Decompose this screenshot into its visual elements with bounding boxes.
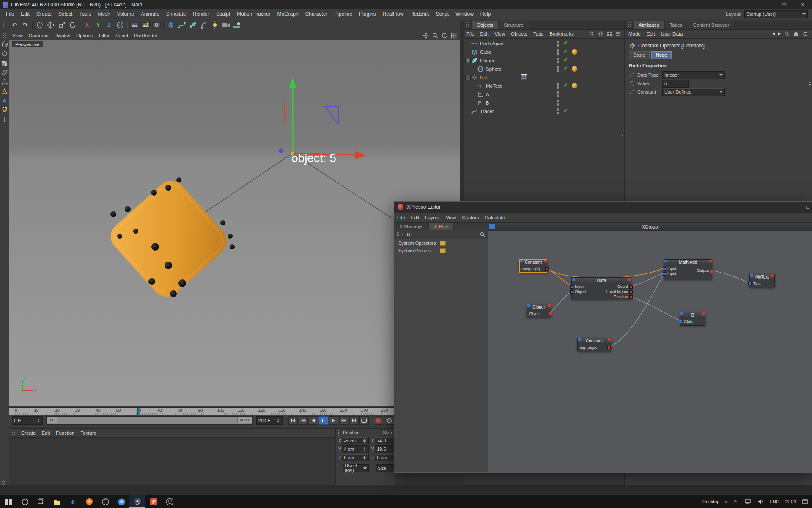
subtab-node[interactable]: Node	[651, 51, 672, 59]
enabled-check-icon[interactable]: ✓	[563, 65, 568, 72]
visibility-toggles[interactable]	[557, 108, 559, 114]
attr-menu-mode[interactable]: Mode	[625, 30, 644, 38]
lock-x-axis-icon[interactable]: X	[82, 19, 93, 31]
object-row-null[interactable]: − Null	[464, 73, 624, 82]
object-manager-drag-handle[interactable]	[466, 22, 469, 28]
add-camera-icon[interactable]	[220, 19, 231, 31]
xpresso-minimize-button[interactable]: –	[789, 202, 803, 213]
loop-mode-button[interactable]	[359, 416, 369, 425]
visibility-toggles[interactable]	[557, 66, 559, 72]
node-titlebar[interactable]: Constant	[520, 260, 547, 265]
object-row-motext[interactable]: T MoText ✓	[464, 82, 624, 90]
scale-icon[interactable]	[56, 19, 67, 31]
node-constant-integer[interactable]: Constant Integer (5)	[519, 259, 547, 273]
material-tag-icon[interactable]	[572, 49, 577, 55]
globe-app-icon[interactable]	[97, 495, 113, 508]
om-menu-file[interactable]: File	[464, 30, 477, 38]
materials-menu-function[interactable]: Function	[53, 429, 77, 437]
menu-create[interactable]: Create	[33, 9, 55, 19]
subtab-basic[interactable]: Basic	[629, 51, 650, 59]
materials-menu-create[interactable]: Create	[18, 429, 39, 437]
xpresso-titlebar[interactable]: XPresso Editor – □	[394, 202, 812, 213]
render-view-icon[interactable]	[129, 19, 140, 31]
tab-objects[interactable]: Objects	[472, 21, 499, 29]
coordinate-system-icon[interactable]	[115, 19, 126, 31]
output-port[interactable]	[710, 270, 713, 273]
attributes-drag-handle[interactable]	[628, 22, 631, 28]
viewport-menu-cameras[interactable]: Cameras	[26, 31, 52, 40]
live-selection-icon[interactable]	[34, 19, 45, 31]
timeline-playhead[interactable]	[137, 408, 140, 415]
zoom-view-icon[interactable]	[431, 32, 439, 39]
value-field[interactable]: 5	[662, 80, 689, 88]
add-output-port-icon[interactable]	[702, 312, 705, 315]
spinner-icon[interactable]	[276, 419, 280, 422]
layout-dropdown[interactable]: Startup (User)	[744, 10, 808, 18]
menu-volume[interactable]: Volume	[114, 9, 137, 19]
coord-mode-dropdown[interactable]: Object (Rel)	[343, 464, 369, 472]
add-input-port-icon[interactable]	[527, 304, 530, 307]
tree-item-system-operators[interactable]: System Operators	[394, 239, 488, 247]
tray-expand-icon[interactable]	[732, 495, 739, 508]
edges-mode-icon[interactable]	[1, 87, 8, 95]
points-mode-icon[interactable]	[1, 78, 8, 86]
menu-character[interactable]: Character	[302, 9, 331, 19]
next-frame-button[interactable]	[329, 416, 338, 425]
visibility-toggles[interactable]	[557, 58, 559, 64]
object-row-a[interactable]: A	[464, 90, 624, 99]
search-icon[interactable]	[783, 30, 790, 37]
toolbar-drag-handle[interactable]	[3, 22, 6, 28]
node-constant-string[interactable]: Constant ing (objec	[577, 338, 611, 351]
add-cube-icon[interactable]	[165, 19, 176, 31]
viewport-menu-options[interactable]: Options	[73, 31, 96, 40]
om-menu-bookmarks[interactable]: Bookmarks	[546, 30, 577, 38]
viewport-menu-display[interactable]: Display	[51, 31, 73, 40]
menu-icon[interactable]	[615, 30, 622, 37]
maximize-button[interactable]: □	[775, 0, 793, 9]
input-port[interactable]	[570, 290, 573, 294]
coordinates-drag-handle[interactable]	[337, 430, 341, 436]
firefox-browser-icon[interactable]	[81, 495, 97, 508]
lock-y-axis-icon[interactable]: Y	[93, 19, 104, 31]
input-port[interactable]	[570, 285, 573, 289]
goto-start-button[interactable]	[288, 416, 298, 425]
materials-drag-handle[interactable]	[12, 430, 16, 436]
visibility-toggles[interactable]	[557, 100, 559, 106]
add-deformer-icon[interactable]	[198, 19, 209, 31]
start-button[interactable]	[0, 495, 17, 508]
material-tag-icon[interactable]	[572, 66, 577, 72]
edge-browser-icon[interactable]: e	[65, 495, 81, 508]
visibility-toggles[interactable]	[557, 49, 559, 55]
menu-select[interactable]: Select	[55, 9, 76, 19]
object-row-sphere[interactable]: Sphere ✓	[464, 65, 624, 73]
steam-app-icon[interactable]	[162, 495, 178, 508]
minimize-button[interactable]: –	[756, 0, 775, 9]
record-keyframe-button[interactable]	[374, 416, 383, 425]
play-pause-button[interactable]	[319, 416, 328, 425]
current-frame-field[interactable]: 0 F	[12, 416, 43, 425]
lock-z-axis-icon[interactable]: Z	[104, 19, 115, 31]
spinner-icon[interactable]	[808, 82, 812, 86]
add-input-port-icon[interactable]	[664, 260, 667, 262]
axis-z-handle[interactable]	[279, 149, 283, 153]
add-output-port-icon[interactable]	[771, 274, 774, 277]
coord-size-y-field[interactable]: 19.5	[375, 445, 395, 453]
om-menu-edit[interactable]: Edit	[477, 30, 492, 38]
rotate-view-icon[interactable]	[441, 32, 448, 39]
object-row-b[interactable]: B	[464, 99, 624, 107]
network-icon[interactable]	[744, 495, 752, 508]
coord-size-x-field[interactable]: 74.0	[375, 437, 395, 444]
input-port[interactable]	[748, 282, 752, 285]
node-data[interactable]: Data Index Object Count Local Matrix Pos…	[571, 277, 631, 299]
powerpoint-app-icon[interactable]: P	[145, 495, 162, 508]
output-port[interactable]	[545, 267, 549, 271]
workplane-mode-icon[interactable]	[1, 69, 8, 76]
desktop-toolbar-label[interactable]: Desktop	[702, 499, 719, 504]
spinner-icon[interactable]	[362, 456, 367, 460]
materials-list-area[interactable]	[9, 438, 335, 485]
menu-help[interactable]: Help	[477, 9, 494, 19]
axis-gizmo[interactable]	[279, 78, 367, 159]
dice-cube[interactable]	[105, 175, 235, 303]
menu-animate[interactable]: Animate	[137, 9, 163, 19]
search-icon[interactable]	[17, 495, 33, 508]
